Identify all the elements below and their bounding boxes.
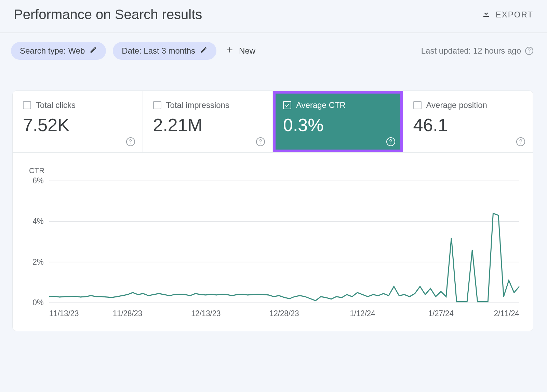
metric-value: 0.3% [283, 115, 392, 135]
metric-label: Average CTR [296, 100, 346, 110]
ctr-line-chart: 0%2%4%6%11/13/2311/28/2312/13/2312/28/23… [25, 177, 523, 321]
checkbox-icon[interactable] [23, 101, 31, 109]
metric-label: Total impressions [166, 100, 229, 110]
svg-text:12/13/23: 12/13/23 [191, 309, 221, 318]
metric-value: 2.21M [153, 115, 263, 135]
filter-bar: Search type: Web Date: Last 3 months New… [0, 33, 547, 73]
metric-tile-ctr[interactable]: Average CTR0.3%? [273, 91, 403, 152]
chart-series-average-ctr [49, 213, 519, 302]
checkbox-icon[interactable] [413, 101, 422, 109]
help-icon[interactable]: ? [386, 137, 395, 146]
metric-tile-clicks[interactable]: Total clicks7.52K? [13, 91, 143, 152]
metric-label: Total clicks [36, 100, 76, 110]
svg-text:0%: 0% [32, 298, 43, 307]
svg-text:6%: 6% [32, 177, 43, 185]
checkbox-icon[interactable] [153, 101, 161, 109]
checkbox-icon[interactable] [283, 101, 291, 109]
last-updated: Last updated: 12 hours ago ? [421, 46, 533, 56]
metric-tile-impressions[interactable]: Total impressions2.21M? [143, 91, 273, 152]
help-icon[interactable]: ? [516, 137, 525, 146]
help-icon[interactable]: ? [525, 47, 533, 55]
pencil-icon [90, 46, 97, 56]
performance-card: Total clicks7.52K?Total impressions2.21M… [12, 90, 533, 331]
page-title: Performance on Search results [14, 7, 202, 22]
svg-text:1/27/24: 1/27/24 [428, 309, 454, 318]
add-filter-label: New [239, 46, 255, 56]
export-button[interactable]: EXPORT [481, 9, 533, 20]
metrics-row: Total clicks7.52K?Total impressions2.21M… [13, 91, 533, 153]
metric-value: 7.52K [23, 115, 132, 135]
filter-chip-date[interactable]: Date: Last 3 months [113, 42, 216, 60]
svg-text:1/12/24: 1/12/24 [350, 309, 375, 318]
last-updated-text: Last updated: 12 hours ago [421, 46, 521, 56]
pencil-icon [200, 46, 208, 56]
svg-text:12/28/23: 12/28/23 [269, 309, 299, 318]
svg-text:2%: 2% [32, 257, 43, 266]
metric-label: Average position [426, 100, 487, 110]
metric-value: 46.1 [413, 115, 523, 135]
download-icon [481, 9, 491, 20]
svg-text:11/28/23: 11/28/23 [113, 309, 143, 318]
add-filter-button[interactable]: New [223, 42, 257, 60]
help-icon[interactable]: ? [126, 137, 135, 146]
plus-icon [225, 45, 234, 56]
svg-text:11/13/23: 11/13/23 [49, 309, 79, 318]
chart-axis-title: CTR [29, 166, 523, 175]
export-label: EXPORT [496, 10, 533, 19]
svg-text:2/11/24: 2/11/24 [494, 309, 519, 318]
filter-chip-label: Date: Last 3 months [122, 46, 195, 56]
metric-tile-position[interactable]: Average position46.1? [403, 91, 533, 152]
help-icon[interactable]: ? [256, 137, 265, 146]
filter-chip-label: Search type: Web [20, 46, 85, 56]
svg-text:4%: 4% [32, 216, 43, 225]
filter-chip-search-type[interactable]: Search type: Web [11, 42, 106, 60]
